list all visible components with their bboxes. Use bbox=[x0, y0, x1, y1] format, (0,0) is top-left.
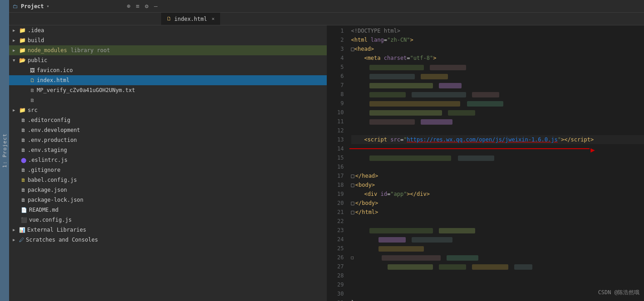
env-staging-file-icon: 🗎 bbox=[21, 147, 26, 153]
dropdown-icon[interactable]: ▾ bbox=[47, 4, 49, 9]
tab-close-button[interactable]: × bbox=[211, 16, 215, 22]
project-stripe-label: 1: Project bbox=[2, 133, 8, 168]
tree-item-env-prod[interactable]: 🗎 .env.production bbox=[9, 135, 327, 145]
unknown-file-icon: 🗎 bbox=[30, 97, 35, 103]
code-line-10 bbox=[351, 108, 644, 117]
file-tree[interactable]: ▶ 📁 .idea ▶ 📁 build ▶ 📁 node_modu bbox=[9, 25, 327, 301]
settings-icon[interactable]: ⚙ bbox=[145, 3, 148, 10]
code-line-14: ▶ bbox=[351, 144, 644, 153]
tree-item-eslintrc[interactable]: ⬤ .eslintrc.js bbox=[9, 155, 327, 165]
code-line-21: □ </html> bbox=[351, 208, 644, 217]
folder-icon: 📁 bbox=[19, 37, 26, 44]
arrow-icon: ▶ bbox=[13, 228, 17, 232]
arrow-icon: ▼ bbox=[13, 58, 17, 63]
arrow-icon: ▶ bbox=[13, 238, 17, 242]
tree-item-unknown[interactable]: 🗎 bbox=[9, 95, 327, 105]
line-numbers: 1234 5678 9101112 13141516 17181920 2122… bbox=[327, 25, 349, 301]
code-editor[interactable]: 1234 5678 9101112 13141516 17181920 2122… bbox=[327, 25, 644, 301]
code-line-11 bbox=[351, 117, 644, 126]
code-content[interactable]: <!DOCTYPE html> <html lang = "zh-CN" > bbox=[349, 25, 644, 301]
code-line-15 bbox=[351, 153, 644, 162]
lib-icon: 📊 bbox=[19, 227, 25, 233]
tree-item-vue-config[interactable]: ⬛ vue.config.js bbox=[9, 215, 327, 225]
sidebar: ▶ 📁 .idea ▶ 📁 build ▶ 📁 node_modu bbox=[9, 25, 327, 301]
txt-file-icon: 🗎 bbox=[30, 87, 35, 93]
code-line-29 bbox=[351, 280, 644, 289]
code-line-16 bbox=[351, 162, 644, 171]
code-line-27 bbox=[351, 262, 644, 271]
config-file-icon: 🗎 bbox=[21, 117, 26, 123]
tree-item-gitignore[interactable]: 🗎 .gitignore bbox=[9, 165, 327, 175]
json-file-icon: 🗎 bbox=[21, 187, 26, 193]
code-line-4: <meta charset = "utf-8" > bbox=[351, 53, 644, 63]
watermark: CSDN @陈浩然哦 bbox=[598, 289, 639, 296]
arrow-icon: ▶ bbox=[13, 28, 17, 33]
code-line-17: □ </head> bbox=[351, 171, 644, 180]
layout-icon[interactable]: ≡ bbox=[136, 3, 140, 10]
tree-item-package-json[interactable]: 🗎 package.json bbox=[9, 185, 327, 195]
code-line-19: <div id = "app" ></div> bbox=[351, 189, 644, 199]
ico-icon: 🖼 bbox=[30, 68, 35, 73]
code-line-7 bbox=[351, 81, 644, 90]
code-line-23 bbox=[351, 226, 644, 235]
minimize-icon[interactable]: — bbox=[154, 3, 157, 10]
code-line-18: □ <body> bbox=[351, 180, 644, 189]
tree-item-build[interactable]: ▶ 📁 build bbox=[9, 35, 327, 45]
code-line-5 bbox=[351, 63, 644, 72]
tree-item-src[interactable]: ▶ 📁 src bbox=[9, 105, 327, 115]
folder-icon: 📁 bbox=[19, 27, 26, 34]
tree-item-external-libs[interactable]: ▶ 📊 External Libraries bbox=[9, 225, 327, 235]
folder-icon: 📁 bbox=[19, 47, 26, 53]
scratch-icon: 🖊 bbox=[19, 237, 24, 243]
tab-file-icon: 🗋 bbox=[167, 16, 172, 22]
tree-item-env-dev[interactable]: 🗎 .env.development bbox=[9, 125, 327, 135]
code-line-20: □ </body> bbox=[351, 199, 644, 208]
folder-open-icon: 📂 bbox=[19, 57, 26, 63]
code-line-8 bbox=[351, 90, 644, 99]
code-line-3: □ <head> bbox=[351, 44, 644, 53]
tree-item-editorconfig[interactable]: 🗎 .editorconfig bbox=[9, 115, 327, 125]
sidebar-title-bar: 🗀 Project ▾ ⊕ ≡ ⚙ — bbox=[9, 0, 161, 13]
sidebar-project-title: Project bbox=[21, 3, 44, 10]
arrow-icon: ▶ bbox=[13, 48, 17, 53]
tree-item-idea[interactable]: ▶ 📁 .idea bbox=[9, 25, 327, 35]
arrow-icon: ▶ bbox=[13, 38, 17, 43]
globe-icon[interactable]: ⊕ bbox=[127, 3, 131, 10]
code-line-1: <!DOCTYPE html> bbox=[351, 26, 644, 35]
tree-item-index-html[interactable]: 🗋 index.html bbox=[9, 75, 327, 85]
tree-item-babel[interactable]: 🗎 babel.config.js bbox=[9, 175, 327, 185]
env-file-icon: 🗎 bbox=[21, 127, 26, 133]
tree-item-public[interactable]: ▼ 📂 public bbox=[9, 55, 327, 65]
code-line-25 bbox=[351, 244, 644, 253]
folder-icon: 📁 bbox=[19, 107, 26, 113]
code-line-22 bbox=[351, 217, 644, 226]
code-line-12 bbox=[351, 126, 644, 135]
tab-label: index.html bbox=[174, 16, 207, 22]
code-line-13: <script src = "https://res.wx.qq.com/ope… bbox=[351, 135, 644, 144]
code-line-24 bbox=[351, 235, 644, 244]
tree-item-node-modules[interactable]: ▶ 📁 node_modules library root bbox=[9, 45, 327, 55]
code-line-26: □ bbox=[351, 253, 644, 262]
md-file-icon: 📄 bbox=[21, 207, 27, 213]
js-file-icon: 🗎 bbox=[21, 177, 26, 183]
project-stripe: 1: Project bbox=[0, 0, 9, 301]
git-file-icon: 🗎 bbox=[21, 167, 26, 173]
tree-item-favicon[interactable]: 🖼 favicon.ico bbox=[9, 65, 327, 75]
code-line-31: } bbox=[351, 298, 644, 301]
folder-icon: 🗀 bbox=[13, 3, 18, 10]
app-window: 1: Project 🗀 Project ▾ ⊕ ≡ ⚙ — bbox=[0, 0, 644, 301]
tree-item-mp-verify[interactable]: 🗎 MP_verify_cZv0a41uGOH2UNym.txt bbox=[9, 85, 327, 95]
json-lock-file-icon: 🗎 bbox=[21, 197, 26, 203]
eslint-file-icon: ⬤ bbox=[21, 157, 26, 163]
html-file-icon: 🗋 bbox=[30, 78, 35, 83]
code-area: 1234 5678 9101112 13141516 17181920 2122… bbox=[327, 25, 644, 301]
tree-item-package-lock[interactable]: 🗎 package-lock.json bbox=[9, 195, 327, 205]
tree-item-scratches[interactable]: ▶ 🖊 Scratches and Consoles bbox=[9, 235, 327, 245]
code-line-28 bbox=[351, 271, 644, 280]
tree-item-env-staging[interactable]: 🗎 .env.staging bbox=[9, 145, 327, 155]
arrow-icon: ▶ bbox=[13, 108, 17, 112]
tab-index-html[interactable]: 🗋 index.html × bbox=[161, 13, 221, 25]
main-area: ▶ 📁 .idea ▶ 📁 build ▶ 📁 node_modu bbox=[9, 25, 644, 301]
code-line-9 bbox=[351, 99, 644, 108]
tree-item-readme[interactable]: 📄 README.md bbox=[9, 205, 327, 215]
